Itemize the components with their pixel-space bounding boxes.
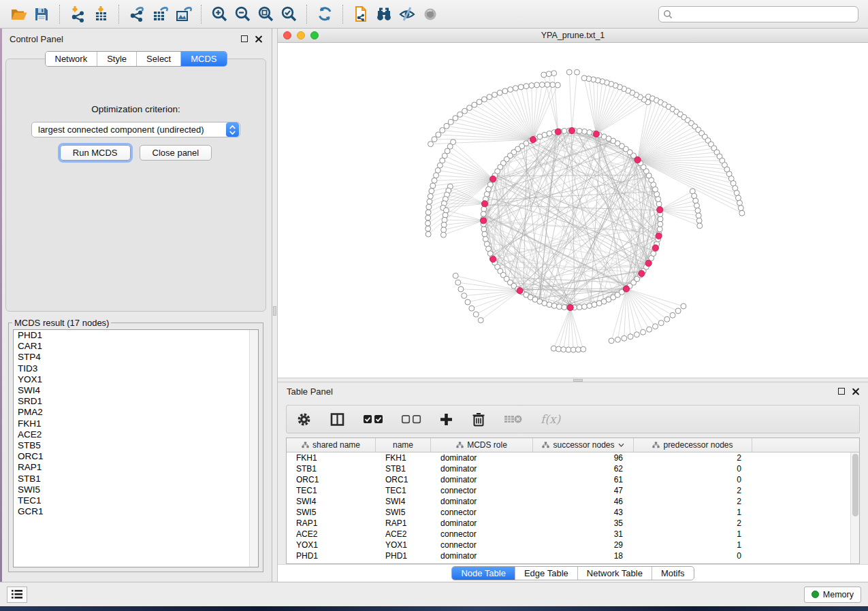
network-node[interactable] bbox=[652, 324, 658, 329]
close-panel-icon[interactable] bbox=[255, 35, 262, 43]
mcds-network-node[interactable] bbox=[657, 207, 663, 213]
network-node[interactable] bbox=[581, 76, 587, 81]
mcds-result-item[interactable]: YOX1 bbox=[14, 374, 258, 385]
mcds-result-item[interactable]: ACE2 bbox=[14, 429, 258, 440]
network-node[interactable] bbox=[695, 208, 701, 214]
mcds-network-node[interactable] bbox=[517, 288, 523, 294]
mcds-network-node[interactable] bbox=[555, 129, 561, 135]
mcds-network-node[interactable] bbox=[568, 127, 575, 133]
mcds-result-item[interactable]: RAP1 bbox=[14, 462, 258, 473]
network-node[interactable] bbox=[577, 128, 582, 133]
network-node[interactable] bbox=[545, 82, 550, 87]
mcds-list-scrollbar[interactable] bbox=[249, 330, 258, 567]
network-node[interactable] bbox=[587, 130, 592, 135]
network-node[interactable] bbox=[582, 304, 588, 310]
network-node[interactable] bbox=[696, 213, 701, 218]
network-node[interactable] bbox=[425, 220, 431, 226]
zoom-out-button[interactable] bbox=[231, 3, 254, 25]
close-panel-icon[interactable] bbox=[852, 388, 859, 395]
tab-style[interactable]: Style bbox=[97, 52, 137, 66]
network-node[interactable] bbox=[581, 346, 586, 352]
import-table-button[interactable] bbox=[89, 3, 112, 25]
network-node[interactable] bbox=[670, 312, 675, 318]
mcds-network-node[interactable] bbox=[645, 260, 652, 266]
float-panel-icon[interactable] bbox=[241, 35, 248, 42]
mcds-result-item[interactable]: SWI5 bbox=[14, 484, 258, 495]
network-node[interactable] bbox=[425, 210, 431, 215]
open-file-button[interactable] bbox=[7, 3, 30, 25]
mcds-network-node[interactable] bbox=[634, 156, 641, 163]
select-all-rows-button[interactable] bbox=[363, 414, 383, 425]
network-node[interactable] bbox=[539, 82, 545, 87]
network-node[interactable] bbox=[487, 95, 492, 100]
network-node[interactable] bbox=[675, 308, 681, 314]
network-node[interactable] bbox=[425, 226, 431, 231]
column-header-MCDS-role[interactable]: MCDS role bbox=[431, 438, 533, 452]
network-node[interactable] bbox=[737, 200, 742, 205]
network-node[interactable] bbox=[546, 71, 551, 77]
network-node[interactable] bbox=[615, 337, 620, 342]
table-row[interactable]: PHD1PHD1dominator180 bbox=[287, 550, 859, 561]
mcds-result-item[interactable]: TID3 bbox=[14, 363, 258, 374]
column-header-name[interactable]: name bbox=[376, 438, 431, 452]
splitter-grip[interactable] bbox=[273, 306, 276, 316]
mcds-result-item[interactable]: STB5 bbox=[14, 440, 258, 451]
network-node[interactable] bbox=[482, 231, 487, 237]
network-node[interactable] bbox=[555, 82, 560, 88]
network-node[interactable] bbox=[427, 199, 432, 204]
network-node[interactable] bbox=[457, 112, 463, 117]
network-node[interactable] bbox=[622, 335, 627, 341]
split-columns-button[interactable] bbox=[329, 412, 345, 427]
tab-node-table[interactable]: Node Table bbox=[452, 567, 515, 580]
network-node[interactable] bbox=[556, 304, 562, 310]
tab-select[interactable]: Select bbox=[137, 52, 181, 66]
table-row[interactable]: TEC1TEC1connector472 bbox=[287, 485, 859, 496]
network-node[interactable] bbox=[628, 334, 633, 340]
network-node[interactable] bbox=[541, 72, 547, 78]
network-node[interactable] bbox=[458, 286, 464, 292]
delete-column-button[interactable] bbox=[471, 412, 486, 427]
mcds-result-item[interactable]: PHD1 bbox=[14, 330, 258, 341]
tab-network[interactable]: Network bbox=[45, 52, 97, 66]
network-node[interactable] bbox=[467, 105, 472, 110]
mcds-result-item[interactable]: STP4 bbox=[14, 352, 258, 363]
float-panel-icon[interactable] bbox=[838, 388, 845, 395]
network-node[interactable] bbox=[434, 173, 439, 178]
network-node[interactable] bbox=[735, 195, 741, 201]
mcds-result-item[interactable]: FKH1 bbox=[14, 418, 258, 429]
node-table[interactable]: shared namenameMCDS rolesuccessor nodesp… bbox=[286, 437, 860, 564]
mcds-network-node[interactable] bbox=[530, 137, 536, 143]
table-row[interactable]: ACE2ACE2connector311 bbox=[287, 529, 859, 540]
zoom-selected-button[interactable] bbox=[277, 3, 300, 25]
network-node[interactable] bbox=[551, 71, 557, 76]
network-node[interactable] bbox=[582, 129, 588, 134]
network-node[interactable] bbox=[694, 203, 700, 208]
zoom-in-button[interactable] bbox=[208, 3, 231, 25]
mcds-network-node[interactable] bbox=[593, 131, 599, 137]
tab-edge-table[interactable]: Edge Table bbox=[515, 567, 578, 580]
memory-button[interactable]: Memory bbox=[804, 587, 861, 603]
network-node[interactable] bbox=[428, 142, 434, 147]
table-row[interactable]: SWI4SWI4dominator462 bbox=[287, 496, 859, 507]
search-input[interactable] bbox=[675, 10, 854, 19]
network-node[interactable] bbox=[432, 137, 437, 142]
network-node[interactable] bbox=[430, 183, 436, 188]
mcds-network-node[interactable] bbox=[656, 233, 662, 239]
network-node[interactable] bbox=[734, 191, 739, 196]
mcds-network-node[interactable] bbox=[480, 218, 486, 224]
table-scrollbar[interactable] bbox=[850, 452, 859, 563]
network-node[interactable] bbox=[681, 303, 686, 309]
network-node[interactable] bbox=[481, 206, 487, 212]
network-node[interactable] bbox=[657, 227, 662, 232]
run-mcds-button[interactable]: Run MCDS bbox=[60, 145, 131, 161]
network-node[interactable] bbox=[738, 205, 743, 211]
network-node[interactable] bbox=[550, 82, 556, 88]
network-node[interactable] bbox=[425, 215, 431, 220]
network-node[interactable] bbox=[697, 223, 703, 229]
delete-table-button[interactable] bbox=[504, 413, 523, 425]
network-node[interactable] bbox=[436, 132, 441, 137]
network-node[interactable] bbox=[566, 69, 572, 75]
network-node[interactable] bbox=[551, 303, 557, 308]
network-node[interactable] bbox=[429, 188, 434, 194]
mcds-network-node[interactable] bbox=[481, 201, 487, 207]
